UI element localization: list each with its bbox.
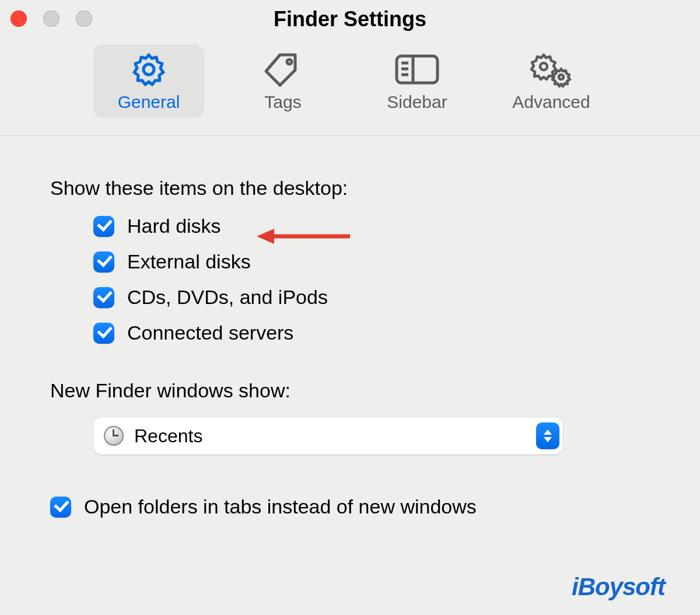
new-finder-windows-dropdown[interactable]: Recents — [93, 417, 563, 455]
checkbox-hard-disks[interactable] — [93, 216, 114, 237]
checkbox-cds-dvds-ipods[interactable] — [93, 287, 114, 308]
tab-advanced[interactable]: Advanced — [496, 44, 607, 118]
tab-label: Tags — [233, 92, 332, 112]
dropdown-selected-label: Recents — [134, 425, 526, 447]
checkbox-label: Connected servers — [127, 322, 293, 344]
svg-point-8 — [559, 75, 564, 79]
tab-label: Advanced — [502, 92, 601, 112]
traffic-lights — [10, 11, 92, 27]
tag-icon — [262, 51, 303, 88]
gears-icon — [526, 51, 576, 88]
tab-tags[interactable]: Tags — [228, 44, 338, 118]
zoom-window-button[interactable] — [76, 11, 92, 27]
tab-label: Sidebar — [368, 92, 467, 112]
tab-sidebar[interactable]: Sidebar — [362, 44, 473, 118]
checkbox-label: Hard disks — [127, 215, 221, 237]
checkbox-row-open-in-tabs: Open folders in tabs instead of new wind… — [50, 495, 650, 518]
checkbox-row-cds: CDs, DVDs, and iPods — [93, 286, 650, 309]
checkbox-label: CDs, DVDs, and iPods — [127, 286, 328, 309]
checkbox-label: Open folders in tabs instead of new wind… — [84, 495, 477, 518]
desktop-items-heading: Show these items on the desktop: — [50, 177, 650, 200]
minimize-window-button[interactable] — [43, 11, 60, 27]
checkbox-label: External disks — [127, 250, 251, 273]
svg-point-7 — [540, 63, 547, 70]
checkbox-row-servers: Connected servers — [93, 322, 650, 344]
general-pane: Show these items on the desktop: Hard di… — [0, 136, 700, 518]
checkbox-row-external-disks: External disks — [93, 250, 650, 273]
gear-icon — [128, 51, 169, 88]
checkbox-external-disks[interactable] — [93, 251, 114, 272]
toolbar: General Tags Sidebar — [0, 33, 700, 136]
svg-point-1 — [287, 60, 292, 64]
dropdown-chevrons-icon — [536, 422, 559, 449]
recents-icon — [104, 426, 124, 446]
checkbox-connected-servers[interactable] — [93, 323, 114, 344]
new-finder-windows-heading: New Finder windows show: — [50, 379, 650, 402]
tab-label: General — [99, 92, 198, 112]
watermark: iBoysoft — [572, 573, 665, 601]
checkbox-row-hard-disks: Hard disks — [93, 215, 650, 237]
checkbox-open-in-tabs[interactable] — [50, 497, 71, 518]
sidebar-icon — [392, 51, 442, 88]
tab-general[interactable]: General — [93, 44, 204, 118]
svg-point-0 — [144, 64, 154, 75]
window-title: Finder Settings — [274, 7, 426, 32]
close-window-button[interactable] — [10, 11, 27, 27]
titlebar: Finder Settings — [0, 0, 700, 33]
